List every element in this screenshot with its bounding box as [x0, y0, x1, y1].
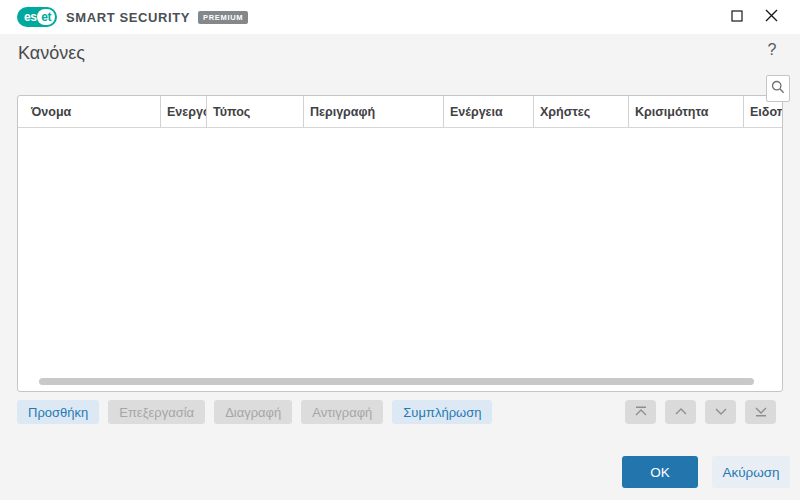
close-icon — [765, 9, 778, 25]
column-header[interactable]: Περιγραφή — [304, 96, 444, 127]
search-button[interactable] — [766, 75, 790, 102]
column-header[interactable]: Ενεργό — [161, 96, 207, 127]
ok-button[interactable]: OK — [622, 456, 698, 488]
move-up-icon — [674, 405, 688, 420]
eset-logo: es et — [17, 7, 57, 27]
column-header[interactable]: Όνομα — [18, 96, 161, 127]
cancel-button[interactable]: Ακύρωση — [712, 456, 790, 488]
titlebar: es et SMART SECURITY PREMIUM — [0, 0, 800, 34]
reorder-button-group — [625, 400, 776, 424]
product-name: SMART SECURITY — [66, 10, 190, 25]
rules-dialog-window: es et SMART SECURITY PREMIUM Κανόνες ? Ό… — [0, 0, 800, 500]
column-header[interactable]: Τύπος — [207, 96, 304, 127]
column-header[interactable]: Κρισιμότητα — [629, 96, 744, 127]
eset-logo-text-right: et — [37, 9, 55, 25]
fill-button[interactable]: Συμπλήρωση — [392, 400, 492, 424]
table-header-row: Όνομα Ενεργό Τύπος Περιγραφή Ενέργεια Χρ… — [18, 96, 782, 128]
move-up-button[interactable] — [665, 400, 696, 424]
help-button[interactable]: ? — [763, 40, 781, 60]
table-body-empty — [18, 129, 782, 377]
add-button[interactable]: Προσθήκη — [17, 400, 99, 424]
eset-logo-text-left: es — [24, 7, 36, 27]
edit-button[interactable]: Επεξεργασία — [108, 400, 205, 424]
move-to-top-icon — [634, 405, 648, 420]
move-down-icon — [714, 405, 728, 420]
maximize-icon — [731, 10, 743, 25]
page-title: Κανόνες — [18, 43, 85, 64]
eset-brand: es et SMART SECURITY PREMIUM — [17, 7, 248, 27]
rules-table: Όνομα Ενεργό Τύπος Περιγραφή Ενέργεια Χρ… — [17, 95, 783, 392]
horizontal-scrollbar[interactable] — [39, 378, 754, 385]
delete-button[interactable]: Διαγραφή — [214, 400, 292, 424]
copy-button[interactable]: Αντιγραφή — [301, 400, 383, 424]
move-to-top-button[interactable] — [625, 400, 656, 424]
close-button[interactable] — [762, 8, 780, 26]
premium-badge: PREMIUM — [198, 11, 248, 24]
move-to-bottom-button[interactable] — [745, 400, 776, 424]
move-down-button[interactable] — [705, 400, 736, 424]
column-header[interactable]: Χρήστες — [534, 96, 629, 127]
search-icon — [771, 80, 785, 98]
maximize-button[interactable] — [728, 8, 746, 26]
move-to-bottom-icon — [754, 405, 768, 420]
column-header[interactable]: Ενέργεια — [444, 96, 534, 127]
action-button-row: Προσθήκη Επεξεργασία Διαγραφή Αντιγραφή … — [17, 400, 492, 424]
